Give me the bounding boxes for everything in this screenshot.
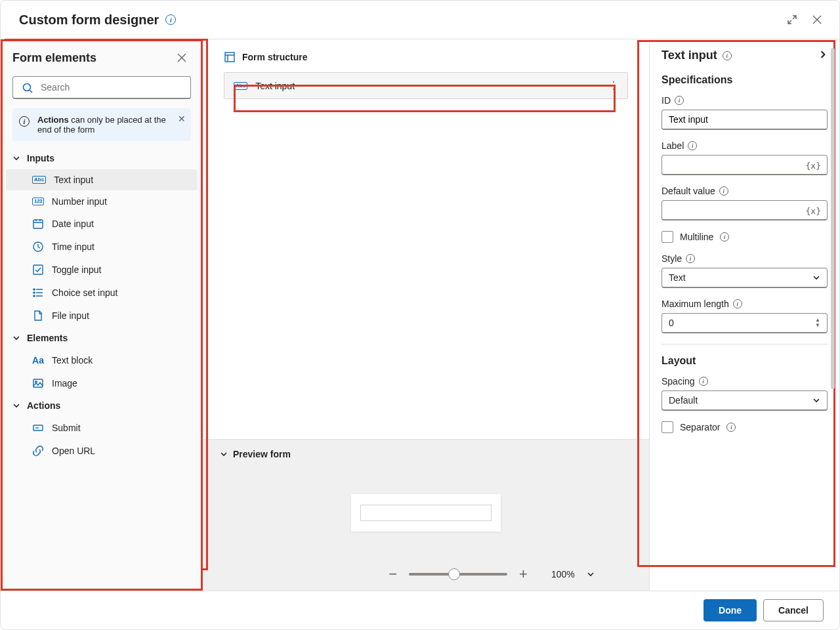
group-actions-label: Actions — [27, 400, 60, 411]
item-label: Time input — [52, 242, 94, 252]
svg-rect-10 — [225, 52, 234, 62]
more-icon[interactable]: ⋮ — [608, 79, 618, 92]
structure-icon — [224, 51, 236, 63]
separator-label: Separator — [680, 422, 720, 432]
done-button[interactable]: Done — [704, 599, 757, 621]
item-file-input[interactable]: File input — [6, 304, 198, 327]
field-spacing: Spacingi Default — [662, 376, 828, 411]
zoom-slider-thumb[interactable] — [448, 568, 460, 580]
zoom-bar: − + 100% — [347, 562, 636, 584]
divider — [662, 344, 828, 345]
item-number-input[interactable]: 123 Number input — [6, 191, 198, 212]
id-input[interactable] — [662, 110, 828, 130]
variable-picker-icon[interactable]: {x} — [803, 204, 824, 217]
item-toggle-input[interactable]: Toggle input — [6, 259, 198, 281]
spacing-select[interactable]: Default — [662, 390, 828, 411]
item-text-input[interactable]: Abc Text input — [6, 169, 198, 190]
search-input[interactable] — [12, 76, 191, 99]
item-choice-set-input[interactable]: Choice set input — [6, 282, 198, 304]
separator-checkbox[interactable] — [662, 421, 673, 433]
info-icon[interactable]: i — [165, 14, 176, 25]
chevron-down-icon — [12, 334, 20, 342]
info-banner-bold: Actions — [37, 115, 69, 125]
multiline-label: Multiline — [680, 232, 713, 242]
multiline-checkbox[interactable] — [662, 231, 673, 243]
close-panel-icon[interactable] — [173, 49, 191, 67]
info-icon[interactable]: i — [675, 96, 684, 105]
item-date-input[interactable]: Date input — [6, 213, 198, 235]
info-banner: i Actions can only be placed at the end … — [12, 108, 191, 141]
group-elements[interactable]: Elements — [6, 327, 198, 348]
chevron-down-icon — [812, 274, 820, 282]
preview-title: Preview form — [233, 449, 291, 459]
item-submit[interactable]: Submit — [6, 417, 198, 439]
label-label: Label — [662, 140, 684, 151]
zoom-slider[interactable] — [409, 573, 507, 576]
preview-text-input[interactable] — [360, 505, 492, 521]
scrollbar[interactable] — [831, 48, 835, 389]
style-select[interactable]: Text — [662, 268, 828, 288]
info-icon[interactable]: i — [719, 186, 728, 196]
svg-point-8 — [35, 381, 37, 383]
calendar-icon — [32, 218, 44, 230]
info-icon[interactable]: i — [726, 423, 736, 432]
properties-panel: Text input i Specifications IDi Labeli {… — [649, 39, 839, 591]
svg-rect-7 — [33, 379, 43, 387]
item-time-input[interactable]: Time input — [6, 236, 198, 258]
text-input-icon: Abc — [32, 176, 46, 184]
variable-picker-icon[interactable]: {x} — [803, 159, 824, 171]
item-image[interactable]: Image — [6, 372, 198, 394]
chevron-down-icon — [812, 396, 820, 404]
cancel-button[interactable]: Cancel — [763, 599, 824, 621]
info-icon[interactable]: i — [699, 377, 708, 386]
item-label: File input — [52, 310, 89, 321]
structure-row-text-input[interactable]: Abc Text input ⋮ — [224, 72, 628, 99]
info-icon[interactable]: i — [688, 141, 697, 150]
field-separator: Separator i — [662, 421, 828, 433]
clock-icon — [32, 241, 44, 253]
zoom-label: 100% — [551, 569, 575, 579]
image-icon — [32, 377, 44, 389]
info-icon[interactable]: i — [733, 299, 742, 308]
preview-card — [351, 494, 501, 532]
item-text-block[interactable]: Aa Text block — [6, 349, 198, 371]
zoom-out-button[interactable]: − — [388, 567, 397, 581]
field-maxlen: Maximum lengthi 0 ▲▼ — [662, 299, 828, 333]
form-elements-panel: Form elements i Actions can only be plac… — [1, 39, 203, 591]
chevron-down-icon — [12, 154, 20, 162]
expand-icon[interactable] — [783, 10, 801, 29]
close-icon[interactable] — [808, 10, 826, 29]
checkbox-icon — [32, 264, 44, 276]
style-label: Style — [662, 253, 682, 264]
info-icon[interactable]: i — [723, 51, 732, 60]
file-icon — [32, 310, 44, 322]
form-elements-title: Form elements — [12, 51, 96, 65]
item-label: Toggle input — [52, 264, 102, 275]
dismiss-banner-icon[interactable]: ✕ — [178, 114, 186, 124]
preview-header[interactable]: Preview form — [216, 449, 636, 463]
dialog-title: Custom form designer — [19, 12, 159, 28]
group-actions[interactable]: Actions — [6, 395, 198, 416]
preview-area: Preview form − + 100% — [203, 439, 649, 591]
link-icon — [32, 445, 44, 457]
svg-point-5 — [33, 292, 35, 293]
info-icon[interactable]: i — [686, 254, 695, 263]
item-label: Choice set input — [52, 287, 117, 298]
list-icon — [32, 287, 44, 299]
chevron-down-icon — [12, 402, 20, 410]
submit-icon — [32, 422, 44, 434]
maxlen-input[interactable]: 0 ▲▼ — [662, 313, 828, 333]
group-inputs[interactable]: Inputs — [6, 148, 198, 169]
chevron-down-icon[interactable] — [587, 570, 595, 578]
item-open-url[interactable]: Open URL — [6, 440, 198, 462]
svg-point-6 — [33, 295, 35, 297]
chevron-right-icon[interactable] — [818, 49, 828, 62]
field-multiline: Multiline i — [662, 231, 828, 243]
properties-title-row: Text input i — [662, 49, 828, 62]
zoom-in-button[interactable]: + — [519, 567, 528, 581]
item-label: Open URL — [52, 446, 95, 456]
info-icon[interactable]: i — [720, 232, 729, 242]
item-label: Text input — [54, 175, 93, 185]
id-label: ID — [662, 95, 671, 106]
stepper-icon[interactable]: ▲▼ — [815, 318, 820, 328]
